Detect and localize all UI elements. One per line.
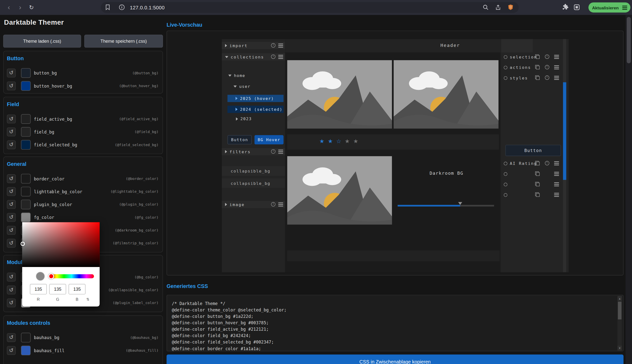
css-line: @define-color theme_color @selected_bg_c… [172,306,612,313]
color-label: lighttable_bg_color [34,189,82,194]
generated-css-heading: Generiertes CSS [166,283,208,289]
preview-button-normal: Button [228,135,252,144]
reset-button[interactable]: ↺ [7,68,16,78]
preview-slider [398,205,494,206]
expander-icon [236,108,238,111]
mountain-photo [287,156,392,224]
page-scrollbar-thumb[interactable] [627,17,631,64]
info-icon [545,54,549,59]
red-input[interactable] [30,284,47,294]
extensions-icon[interactable] [562,4,569,11]
reload-button[interactable]: ↻ [26,2,36,12]
reset-button[interactable]: ↺ [7,140,16,149]
saturation-cursor[interactable] [20,242,25,246]
color-swatch[interactable] [21,333,30,342]
module-header-image: image [222,201,285,208]
info-icon[interactable] [118,4,125,10]
expander-icon [225,203,227,206]
color-mode-toggle[interactable]: ⇅ [85,296,91,302]
info-icon [271,149,276,154]
module-label: import [230,44,248,48]
tree-label: 2023 [240,116,252,121]
reset-button[interactable]: ↺ [7,213,16,222]
color-swatch[interactable] [21,114,30,124]
color-var-name: (@bauhaus_fill) [126,348,158,352]
reset-button[interactable]: ↺ [7,187,16,196]
color-swatch[interactable] [21,81,30,90]
share-icon[interactable] [495,4,501,10]
module-label: collections [231,54,264,59]
green-input[interactable] [49,284,66,294]
module-header-import: import [222,42,285,49]
module-header-collections: collections [222,53,285,60]
load-theme-button[interactable]: Theme laden (.css) [3,35,81,48]
reset-button[interactable]: ↺ [7,286,16,294]
forward-button[interactable]: › [15,2,25,12]
save-theme-button[interactable]: Theme speichern (.css) [84,35,163,48]
page-scrollbar[interactable] [626,15,632,364]
color-swatch[interactable] [21,68,30,78]
color-label: border_color [34,176,64,181]
color-row: ↺ button_hover_bg (@button_hover_bg) [7,80,160,92]
page: ‹ › ↻ 127.0.0.1:5000 [0,0,632,364]
url-bar[interactable]: 127.0.0.1:5000 [101,2,519,13]
module-label: selection [510,54,537,59]
updown-arrow-icon: ⇅ [86,297,89,301]
bookmark-icon[interactable] [104,4,111,10]
scroll-up-icon[interactable]: ▲ [618,296,622,301]
color-row: ↺ field_bg (@field_bg) [7,125,160,138]
copy-css-button[interactable]: CSS in Zwischenablage kopieren [166,354,624,364]
reset-button[interactable]: ↺ [7,114,16,124]
reset-button[interactable]: ↺ [7,333,16,342]
color-var-name: (@field_selected_bg) [115,143,158,147]
code-scrollbar[interactable]: ▲ ▼ [618,296,622,351]
color-swatch[interactable] [21,212,30,222]
tree-item-2023: 2023 [236,116,252,121]
back-button[interactable]: ‹ [4,2,14,12]
darkroom-bg-label: Darkroom BG [422,170,470,176]
brave-shield-icon[interactable] [508,4,514,10]
info-icon [271,202,276,206]
color-var-name: (@plugin_bg_color) [119,202,158,206]
preview-left-panel: import collections home user [222,39,285,272]
hue-slider[interactable] [49,274,94,278]
reset-button[interactable]: ↺ [7,200,16,209]
reset-button[interactable]: ↺ [7,82,16,90]
sidebar-icon[interactable] [573,4,580,11]
scroll-down-icon[interactable]: ▼ [618,346,622,351]
reset-icon: ↺ [9,116,14,122]
reset-button[interactable]: ↺ [7,174,16,183]
zoom-icon[interactable] [482,4,489,10]
color-swatch[interactable] [21,200,30,209]
reset-button[interactable]: ↺ [7,127,16,136]
color-var-name: (@field_active_bg) [119,117,158,121]
color-swatch[interactable] [21,127,30,137]
menu-icon [554,67,559,68]
saturation-area[interactable] [22,222,100,267]
expander-icon [225,56,228,58]
preview-right-panel: selection actions styles [500,39,568,272]
module-label: AI Rating [510,161,537,166]
reset-icon: ↺ [9,334,14,340]
reset-button[interactable]: ↺ [7,226,16,235]
code-scrollbar-thumb[interactable] [618,302,622,319]
color-swatch[interactable] [21,140,30,150]
color-var-name: (@bauhaus_bg) [130,336,158,340]
reset-button[interactable]: ↺ [7,273,16,282]
blue-input[interactable] [68,284,86,294]
photo-thumbnail [287,60,392,129]
menu-icon [622,7,627,8]
color-swatch[interactable] [21,346,30,355]
mountain-photo [394,60,498,129]
reset-button[interactable]: ↺ [7,298,16,307]
color-var-name: (@field_bg) [134,130,158,134]
tree-item-selected: 2024 (selected) [228,106,284,113]
reset-button[interactable]: ↺ [7,239,16,248]
hue-knob[interactable] [48,274,54,279]
expander-icon [228,74,232,76]
color-swatch[interactable] [21,174,30,183]
radio-icon [504,66,508,69]
reset-button[interactable]: ↺ [7,346,16,355]
color-swatch[interactable] [21,187,30,196]
browser-update-button[interactable]: Aktualisieren [588,2,630,12]
